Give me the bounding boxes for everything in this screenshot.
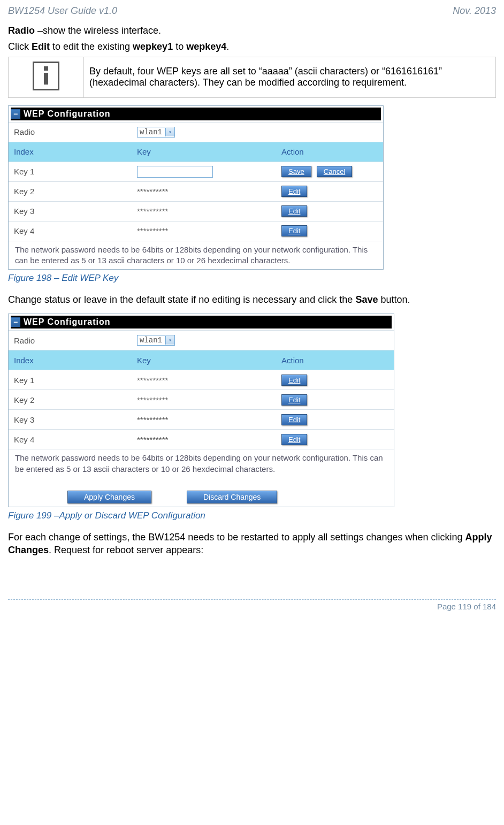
c3: . Request for reboot server appears: <box>49 545 203 555</box>
t6: wepkey4 <box>186 41 226 52</box>
fig2-row4-index: Key 4 <box>9 432 132 447</box>
fig2-row3-index: Key 3 <box>9 412 132 427</box>
key1-input[interactable] <box>137 166 213 178</box>
t7: . <box>226 41 229 52</box>
t5: to <box>173 41 186 52</box>
info-text: By default, four WEP keys are all set to… <box>84 57 496 97</box>
fig1-row4-key: ********** <box>132 223 276 239</box>
fig1-row3-index: Key 3 <box>9 203 132 219</box>
fig1-row3-key: ********** <box>132 203 276 219</box>
wep-config-fig2: − WEP Configuration Radio wlan1 ▾ Index … <box>8 314 394 507</box>
edit-button[interactable]: Edit <box>281 414 307 425</box>
fig1-radio-value: wlan1 <box>140 128 162 136</box>
apply-discard-row: Apply Changes Discard Changes <box>9 478 394 507</box>
info-box: By default, four WEP keys are all set to… <box>8 57 496 98</box>
fig2-row-1: Key 1 ********** Edit <box>9 370 394 390</box>
fig2-row1-index: Key 1 <box>9 372 132 388</box>
fig2-radio-row: Radio wlan1 ▾ <box>9 331 394 350</box>
radio-label: Radio <box>8 25 35 36</box>
edit-button[interactable]: Edit <box>281 225 307 236</box>
apply-changes-button[interactable]: Apply Changes <box>67 491 151 503</box>
header-left: BW1254 User Guide v1.0 <box>8 5 117 17</box>
col-action: Action <box>276 144 383 159</box>
fig1-row-4: Key 4 ********** Edit <box>9 221 383 241</box>
fig1-radio-label: Radio <box>9 124 132 140</box>
t2: Edit <box>32 41 50 52</box>
fig2-title: WEP Configuration <box>21 316 392 328</box>
fig2-note: The network password needs to be 64bits … <box>9 449 394 478</box>
chevron-down-icon: ▾ <box>165 128 174 136</box>
page-footer: Page 119 of 184 <box>8 599 496 611</box>
fig1-radio-select[interactable]: wlan1 ▾ <box>137 127 175 138</box>
fig2-row1-key: ********** <box>132 372 276 388</box>
fig2-radio-value: wlan1 <box>140 336 162 345</box>
fig1-note: The network password needs to be 64bits … <box>9 241 383 270</box>
fig2-row2-index: Key 2 <box>9 392 132 408</box>
info-icon-cell <box>9 57 84 97</box>
radio-line: Radio –show the wireless interface. <box>8 24 496 37</box>
col-index: Index <box>9 353 132 368</box>
fig2-radio-label: Radio <box>9 333 132 348</box>
t1: Click <box>8 41 32 52</box>
discard-changes-button[interactable]: Discard Changes <box>187 491 277 503</box>
fig2-row2-key: ********** <box>132 392 276 408</box>
save-button[interactable]: Save <box>281 166 311 177</box>
m3: button. <box>378 294 410 305</box>
fig2-row-4: Key 4 ********** Edit <box>9 430 394 449</box>
m1: Change status or leave in the default st… <box>8 294 355 305</box>
collapse-icon[interactable]: − <box>11 109 20 119</box>
t4: wepkey1 <box>133 41 173 52</box>
edit-button[interactable]: Edit <box>281 434 307 445</box>
edit-button[interactable]: Edit <box>281 394 307 406</box>
page-header: BW1254 User Guide v1.0 Nov. 2013 <box>8 5 496 21</box>
edit-button[interactable]: Edit <box>281 186 307 197</box>
t3: to edit the existing <box>50 41 133 52</box>
header-right: Nov. 2013 <box>453 5 496 17</box>
wep-config-fig1: − WEP Configuration Radio wlan1 ▾ Index … <box>8 105 384 270</box>
collapse-icon[interactable]: − <box>11 317 20 327</box>
fig1-row1-index: Key 1 <box>9 164 132 179</box>
info-icon <box>33 62 59 90</box>
col-action: Action <box>276 353 394 368</box>
fig1-row4-index: Key 4 <box>9 223 132 239</box>
fig1-title: WEP Configuration <box>21 108 381 120</box>
fig2-row-2: Key 2 ********** Edit <box>9 390 394 410</box>
fig2-row3-key: ********** <box>132 412 276 427</box>
fig1-header-row: Index Key Action <box>9 142 383 162</box>
col-key: Key <box>132 144 276 159</box>
fig2-header-row: Index Key Action <box>9 350 394 370</box>
fig1-radio-row: Radio wlan1 ▾ <box>9 123 383 142</box>
col-index: Index <box>9 144 132 159</box>
cancel-button[interactable]: Cancel <box>317 166 352 177</box>
caption-199: Figure 199 –Apply or Discard WEP Configu… <box>8 510 496 521</box>
col-key: Key <box>132 353 276 368</box>
fig2-row4-key: ********** <box>132 432 276 447</box>
closing-text: For each change of settings, the BW1254 … <box>8 531 496 557</box>
fig1-row2-key: ********** <box>132 184 276 199</box>
edit-button[interactable]: Edit <box>281 205 307 217</box>
edit-line: Click Edit to edit the existing wepkey1 … <box>8 40 496 53</box>
page-number: Page 119 of 184 <box>437 602 496 611</box>
m2: Save <box>355 294 378 305</box>
chevron-down-icon: ▾ <box>165 336 174 345</box>
fig1-row-3: Key 3 ********** Edit <box>9 202 383 221</box>
edit-button[interactable]: Edit <box>281 375 307 386</box>
fig2-radio-select[interactable]: wlan1 ▾ <box>137 335 175 346</box>
fig1-title-row: − WEP Configuration <box>9 106 383 123</box>
fig1-row2-index: Key 2 <box>9 184 132 199</box>
fig2-title-row: − WEP Configuration <box>9 314 394 331</box>
caption-198: Figure 198 – Edit WEP Key <box>8 273 496 284</box>
c1: For each change of settings, the BW1254 … <box>8 532 465 543</box>
radio-desc: –show the wireless interface. <box>35 25 161 36</box>
fig1-row-1: Key 1 Save Cancel <box>9 162 383 182</box>
mid-text: Change status or leave in the default st… <box>8 293 496 306</box>
fig2-row-3: Key 3 ********** Edit <box>9 410 394 430</box>
fig1-row-2: Key 2 ********** Edit <box>9 182 383 202</box>
